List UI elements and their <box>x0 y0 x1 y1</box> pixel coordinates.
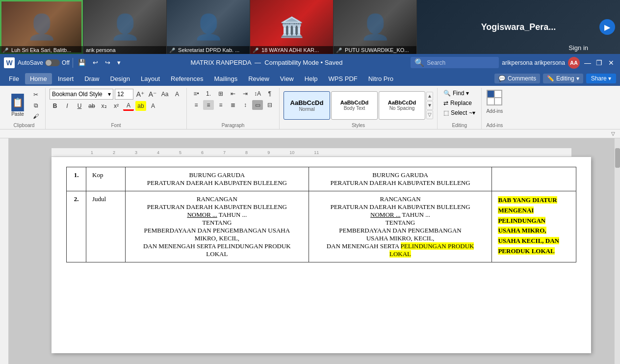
participant-2[interactable]: 👤 arik persona <box>83 0 167 54</box>
row-col2-kop: BURUNG GARUDA PERATURAN DAERAH KABUPATEN… <box>309 167 492 191</box>
menu-insert[interactable]: Insert <box>53 73 79 84</box>
superscript-button[interactable]: x² <box>111 101 122 111</box>
separator <box>73 58 73 68</box>
sort-button[interactable]: ↕A <box>252 89 263 99</box>
save-button[interactable]: 💾 <box>76 58 88 67</box>
show-marks-button[interactable]: ¶ <box>264 89 275 99</box>
format-painter-button[interactable]: 🖌 <box>30 111 41 121</box>
align-left-button[interactable]: ≡ <box>191 100 202 110</box>
table-row: 1. Kop BURUNG GARUDA PERATURAN DAERAH KA… <box>67 167 576 191</box>
text-effects-button[interactable]: A <box>148 101 158 111</box>
paste-button[interactable]: 📋 Paste <box>7 93 28 118</box>
document-page[interactable]: 1. Kop BURUNG GARUDA PERATURAN DAERAH KA… <box>52 157 591 353</box>
decrease-indent-button[interactable]: ⇤ <box>228 89 238 99</box>
cut-button[interactable]: ✂ <box>30 90 41 100</box>
select-button[interactable]: ⬚ Select ~▾ <box>441 108 477 117</box>
bullets-button[interactable]: ≡• <box>191 89 202 99</box>
style-body-text-button[interactable]: AaBbCcDd Body Text <box>331 91 378 120</box>
menu-draw[interactable]: Draw <box>79 73 104 84</box>
menu-wps-pdf[interactable]: WPS PDF <box>324 73 362 84</box>
restore-button[interactable]: ❐ <box>594 58 604 68</box>
autosave-toggle[interactable]: AutoSave Off <box>18 59 70 66</box>
document-area: 123 456 789 1011 1. Kop BURUNG GARUDA PE… <box>0 138 620 364</box>
styles-scroll-down[interactable]: ▼ <box>426 101 433 110</box>
highlight-button[interactable]: ab <box>135 101 146 111</box>
user-name: arikpersona arikpersona <box>502 59 565 66</box>
highlighted-pelindungan: PELINDUNGAN PRODUK <box>401 242 474 250</box>
addins-icon[interactable] <box>486 89 503 106</box>
participant-4[interactable]: 🏛️ 🎤 18 WAYAN ADHI KAR... <box>250 0 334 54</box>
undo-button[interactable]: ↩ <box>91 58 100 67</box>
menu-nitro-pro[interactable]: Nitro Pro <box>363 73 398 84</box>
user-avatar[interactable]: AA <box>568 57 580 69</box>
numbering-button[interactable]: 1. <box>203 89 214 99</box>
align-right-button[interactable]: ≡ <box>215 100 226 110</box>
sign-in-area: Sign in <box>566 42 591 54</box>
editing-button[interactable]: ✏️ Editing ▾ <box>543 74 583 83</box>
font-name-selector[interactable]: Bookman Old Style ▾ <box>50 89 113 100</box>
align-center-button[interactable]: ≡ <box>203 100 214 110</box>
addins-grid <box>487 90 502 105</box>
clipboard-group: 📋 Paste ✂ ⧉ 🖌 Clipboard <box>3 88 46 129</box>
styles-expand[interactable]: ▽ <box>426 110 433 119</box>
font-color-button[interactable]: A <box>123 101 134 111</box>
multilevel-button[interactable]: ⊞ <box>215 89 226 99</box>
share-button[interactable]: Share ▾ <box>586 74 616 83</box>
strikethrough-button[interactable]: ab <box>86 101 97 111</box>
paste-icon: 📋 <box>10 94 26 111</box>
shading-button[interactable]: ▭ <box>252 100 263 110</box>
justify-button[interactable]: ≣ <box>228 100 238 110</box>
font-content: Bookman Old Style ▾ 12 A⁺ A⁻ Aa A B I U … <box>50 88 182 123</box>
replace-button[interactable]: ⇄ Replace <box>441 99 474 107</box>
menu-file[interactable]: File <box>4 73 24 84</box>
ribbon-expand-button[interactable]: ▽ <box>609 130 617 138</box>
menu-mailings[interactable]: Mailings <box>209 73 243 84</box>
borders-button[interactable]: ⊟ <box>264 100 275 110</box>
line-spacing-button[interactable]: ↕ <box>240 100 251 110</box>
addins-group: Add-ins Add-ins <box>482 88 507 129</box>
clear-format-button[interactable]: A <box>172 89 182 99</box>
scrollbar-thumb[interactable] <box>615 148 620 168</box>
row-col1-kop: BURUNG GARUDA PERATURAN DAERAH KABUPATEN… <box>126 167 309 191</box>
participant-5[interactable]: 👤 🎤 PUTU SUWARDIKE_KO... <box>334 0 417 54</box>
menu-design[interactable]: Design <box>105 73 135 84</box>
styles-content: AaBbCcDd Normal AaBbCcDd Body Text AaBbC… <box>284 88 433 123</box>
search-input[interactable] <box>427 59 495 66</box>
copy-button[interactable]: ⧉ <box>30 101 41 110</box>
comments-button[interactable]: 💬 Comments <box>494 74 540 83</box>
menu-review[interactable]: Review <box>243 73 274 84</box>
quick-access-dropdown[interactable]: ▾ <box>115 58 123 67</box>
redo-button[interactable]: ↪ <box>103 58 112 67</box>
participant-1[interactable]: 👤 🎤 Luh Sri Eka Sari, Balitb... <box>0 0 83 54</box>
style-normal-button[interactable]: AaBbCcDd Normal <box>284 91 330 120</box>
search-box[interactable]: 🔍 <box>411 57 499 68</box>
subscript-button[interactable]: x₂ <box>99 101 109 111</box>
next-participant-button[interactable]: ▶ <box>599 19 615 35</box>
paragraph-group: ≡• 1. ⊞ ⇤ ⇥ ↕A ¶ ≡ ≡ ≡ ≣ ↕ ▭ ⊟ <box>187 88 280 129</box>
autosave-pill[interactable] <box>45 59 60 66</box>
italic-button[interactable]: I <box>62 101 73 111</box>
styles-group: AaBbCcDd Normal AaBbCcDd Body Text AaBbC… <box>280 88 438 129</box>
document-container[interactable]: 123 456 789 1011 1. Kop BURUNG GARUDA PE… <box>9 138 614 364</box>
font-shrink-button[interactable]: A⁻ <box>147 89 158 99</box>
vertical-scrollbar[interactable] <box>614 138 620 364</box>
menu-home[interactable]: Home <box>25 73 52 84</box>
minimize-button[interactable]: — <box>583 58 593 68</box>
bold-button[interactable]: B <box>50 101 60 111</box>
menu-references[interactable]: References <box>166 73 208 84</box>
window-controls: — ❐ ✕ <box>583 58 616 68</box>
menu-layout[interactable]: Layout <box>136 73 165 84</box>
menu-view[interactable]: View <box>275 73 299 84</box>
featured-participant[interactable]: Yogiswara_Pera... ▶ Sign in <box>417 0 620 54</box>
underline-button[interactable]: U <box>74 101 85 111</box>
participant-3[interactable]: 👤 🎤 Sekretariat DPRD Kab. ... <box>167 0 250 54</box>
increase-indent-button[interactable]: ⇥ <box>240 89 251 99</box>
style-no-spacing-button[interactable]: AaBbCcDd No Spacing <box>379 91 425 120</box>
find-button[interactable]: 🔍 Find ▾ <box>441 89 471 98</box>
font-grow-button[interactable]: A⁺ <box>135 89 146 99</box>
styles-scroll-up[interactable]: ▲ <box>426 92 433 101</box>
close-button[interactable]: ✕ <box>606 58 616 68</box>
font-size-selector[interactable]: 12 <box>115 89 133 100</box>
change-case-button[interactable]: Aa <box>159 89 170 99</box>
menu-help[interactable]: Help <box>300 73 323 84</box>
